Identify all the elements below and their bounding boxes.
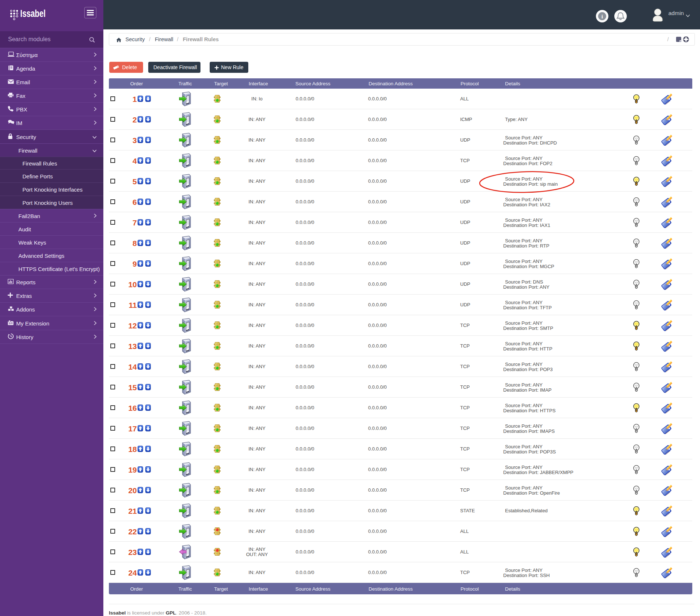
svg-text:i: i [601, 14, 603, 19]
svg-text:Issabel: Issabel [20, 8, 46, 19]
